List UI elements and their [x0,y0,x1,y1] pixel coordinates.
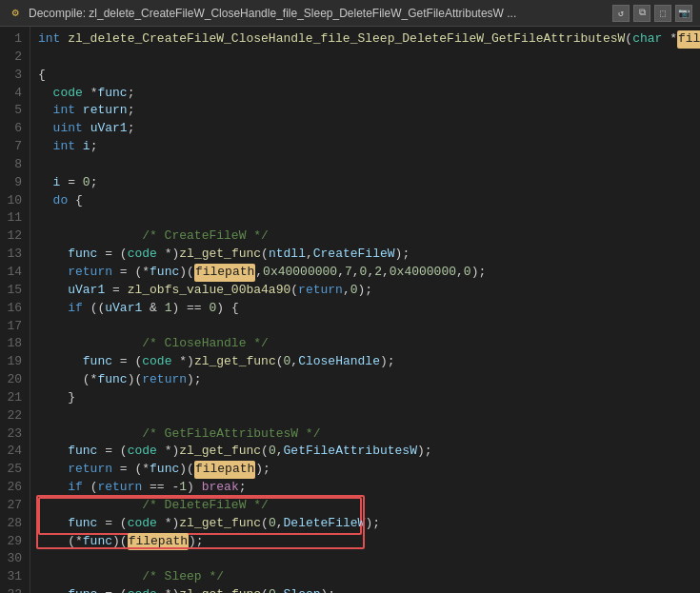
code-line-8 [38,156,692,174]
code-line-27: /* DeleteFileW */ [38,497,692,515]
code-line-29: (*func)(filepath); [38,533,692,551]
code-line-30 [38,550,692,568]
code-line-32: func = (code *)zl_get_func(0,Sleep); [38,586,692,593]
code-line-28: func = (code *)zl_get_func(0,DeleteFileW… [38,515,692,533]
code-line-17 [38,318,692,336]
camera-btn[interactable]: 📷 [675,5,692,22]
title-bar-icon: ⚙ [8,6,23,21]
code-line-5: int return; [38,102,692,120]
code-line-10: do { [38,192,692,210]
code-line-23: /* GetFileAttributesW */ [38,425,692,444]
code-area: 1 2 3 4 5 6 7 8 9 10 11 12 13 14 15 16 1… [0,27,700,593]
expand-btn[interactable]: ⬚ [654,5,671,22]
code-line-16: if ((uVar1 & 1) == 0) { [38,300,692,318]
code-line-15: uVar1 = zl_obfs_value_00ba4a90(return,0)… [38,282,692,300]
code-line-18: /* CloseHandle */ [38,335,692,353]
code-line-20: (*func)(return); [38,371,692,389]
code-line-6: uint uVar1; [38,120,692,138]
code-line-2 [38,49,692,67]
code-line-3: { [38,67,692,85]
title-bar: ⚙ Decompile: zl_delete_CreateFileW_Close… [0,0,700,27]
line-numbers: 1 2 3 4 5 6 7 8 9 10 11 12 13 14 15 16 1… [0,27,30,593]
copy-btn[interactable]: ⧉ [633,5,650,22]
code-line-9: i = 0; [38,174,692,192]
code-line-12: /* CreateFileW */ [38,227,692,246]
code-line-22 [38,407,692,425]
code-line-21: } [38,389,692,407]
code-line-13: func = (code *)zl_get_func(ntdll,CreateF… [38,246,692,264]
code-line-25: return = (*func)(filepath); [38,461,692,479]
code-line-26: if (return == -1) break; [38,479,692,497]
title-bar-controls: ↺ ⧉ ⬚ 📷 [612,5,692,22]
code-content[interactable]: int zl_delete_CreateFileW_CloseHandle_fi… [30,27,700,593]
code-line-24: func = (code *)zl_get_func(0,GetFileAttr… [38,443,692,461]
code-line-4: code *func; [38,85,692,103]
code-line-14: return = (*func)(filepath,0x40000000,7,0… [38,264,692,282]
code-line-7: int i; [38,138,692,156]
refresh-btn[interactable]: ↺ [612,5,630,22]
code-line-11 [38,209,692,227]
code-line-1: int zl_delete_CreateFileW_CloseHandle_fi… [38,30,692,49]
code-line-19: func = (code *)zl_get_func(0,CloseHandle… [38,353,692,371]
title-bar-text: Decompile: zl_delete_CreateFileW_CloseHa… [29,7,607,20]
code-line-31: /* Sleep */ [38,568,692,586]
